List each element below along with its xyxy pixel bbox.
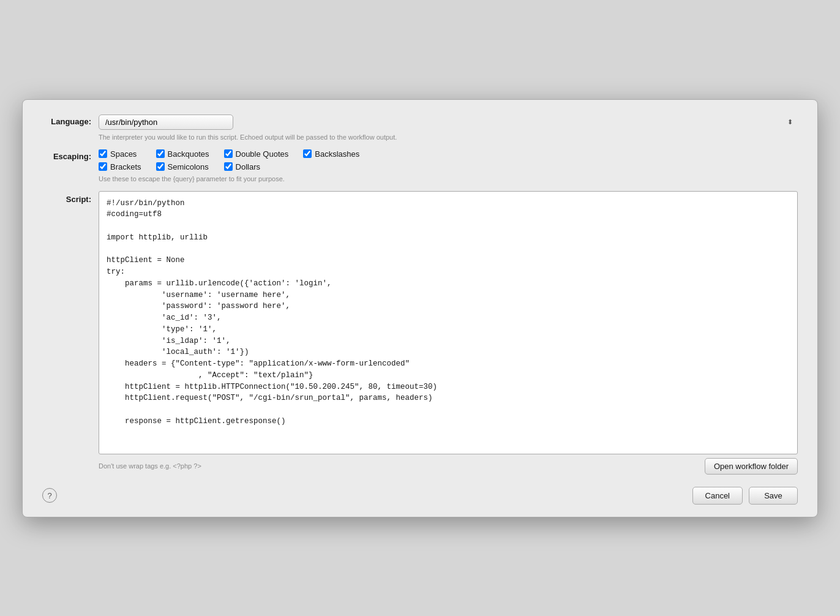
bottom-bar: ? Cancel Save <box>42 487 798 505</box>
cancel-button[interactable]: Cancel <box>692 487 743 505</box>
script-hint: Don't use wrap tags e.g. <?php ?> <box>99 462 201 470</box>
help-button[interactable]: ? <box>42 488 57 503</box>
language-select[interactable]: /usr/bin/python /usr/bin/perl /bin/bash … <box>99 115 233 130</box>
script-container: #!/usr/bin/python #coding=utf8 import ht… <box>99 191 798 475</box>
checkbox-brackets-input[interactable] <box>99 162 107 171</box>
checkbox-semicolons-input[interactable] <box>156 162 165 171</box>
checkboxes-grid: Spaces Backquotes Double Quotes Backslas… <box>99 149 359 171</box>
checkbox-spaces-label: Spaces <box>110 149 137 159</box>
checkbox-backslashes[interactable]: Backslashes <box>303 149 359 159</box>
language-hint: The interpreter you would like to run th… <box>99 133 798 141</box>
checkbox-spaces[interactable]: Spaces <box>99 149 141 159</box>
language-label: Language: <box>42 115 91 126</box>
open-workflow-folder-button[interactable]: Open workflow folder <box>705 458 798 475</box>
checkbox-backquotes-input[interactable] <box>156 149 165 158</box>
language-select-wrapper: /usr/bin/python /usr/bin/perl /bin/bash … <box>99 115 798 130</box>
checkbox-backquotes[interactable]: Backquotes <box>156 149 209 159</box>
checkbox-dollars-label: Dollars <box>236 162 260 171</box>
checkbox-double-quotes-input[interactable] <box>224 149 233 158</box>
script-label: Script: <box>42 191 91 204</box>
checkbox-brackets-label: Brackets <box>110 162 141 171</box>
checkbox-brackets[interactable]: Brackets <box>99 162 141 171</box>
language-row: Language: /usr/bin/python /usr/bin/perl … <box>42 115 798 141</box>
checkbox-semicolons[interactable]: Semicolons <box>156 162 209 171</box>
escaping-label: Escaping: <box>42 149 91 161</box>
checkbox-dollars-input[interactable] <box>224 162 233 171</box>
escaping-hint: Use these to escape the {query} paramete… <box>99 175 359 182</box>
escaping-content: Spaces Backquotes Double Quotes Backslas… <box>99 149 359 182</box>
save-button[interactable]: Save <box>749 487 798 505</box>
script-textarea[interactable]: #!/usr/bin/python #coding=utf8 import ht… <box>99 191 798 454</box>
checkbox-dollars[interactable]: Dollars <box>224 162 289 171</box>
checkbox-backquotes-label: Backquotes <box>168 149 209 159</box>
script-row: Script: #!/usr/bin/python #coding=utf8 i… <box>42 191 798 475</box>
checkbox-double-quotes-label: Double Quotes <box>236 149 289 159</box>
language-content: /usr/bin/python /usr/bin/perl /bin/bash … <box>99 115 798 141</box>
escaping-row: Escaping: Spaces Backquotes Double Quote… <box>42 149 798 182</box>
checkbox-semicolons-label: Semicolons <box>168 162 209 171</box>
checkbox-backslashes-input[interactable] <box>303 149 312 158</box>
checkbox-spaces-input[interactable] <box>99 149 107 158</box>
checkbox-backslashes-label: Backslashes <box>315 149 359 159</box>
script-footer: Don't use wrap tags e.g. <?php ?> Open w… <box>99 458 798 475</box>
dialog: Language: /usr/bin/python /usr/bin/perl … <box>22 99 818 517</box>
checkbox-double-quotes[interactable]: Double Quotes <box>224 149 289 159</box>
action-buttons: Cancel Save <box>692 487 798 505</box>
